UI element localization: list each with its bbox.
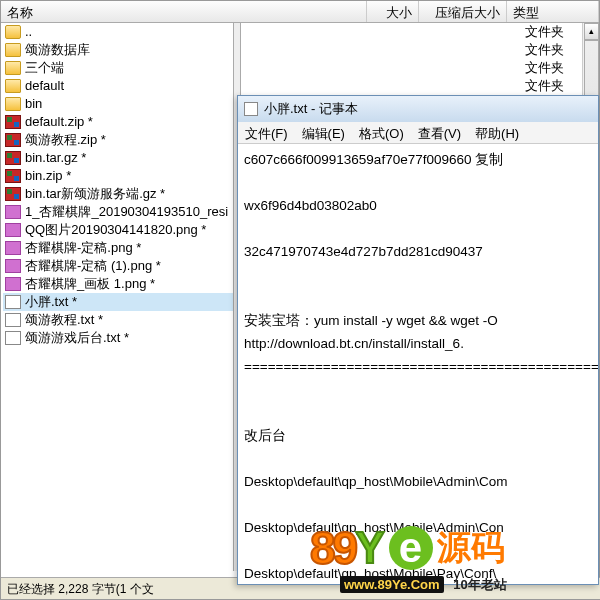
file-name: 杏耀棋牌_画板 1.png * [25,275,155,293]
file-name: 颂游数据库 [25,41,90,59]
text-line: http://download.bt.cn/install/install_6. [244,332,592,355]
type-value: 文件夹 [525,59,564,77]
file-row[interactable]: 杏耀棋牌_画板 1.png * [3,275,233,293]
png-icon [5,277,21,291]
menu-item[interactable]: 查看(V) [411,122,468,143]
logo-89: 89 [310,521,355,575]
folder-icon [5,43,21,57]
file-row[interactable]: 颂游数据库 [3,41,233,59]
zip-icon [5,169,21,183]
logo-suffix: 源码 [437,525,505,571]
text-line: Desktop\default\qp_host\Mobile\Admin\Com [244,470,592,493]
watermark-logo: 89 Y e 源码 [310,518,600,578]
text-line [244,447,592,470]
text-line: 改后台 [244,424,592,447]
file-name: 1_杏耀棋牌_20190304193510_resi [25,203,228,221]
watermark-tag: 10年老站 [453,577,506,592]
txt-icon [5,331,21,345]
watermark-sub: www.89Ye.Com 10年老站 [340,576,507,594]
file-name: QQ图片20190304141820.png * [25,221,206,239]
file-row[interactable]: default.zip * [3,113,233,131]
file-name: 颂游游戏后台.txt * [25,329,129,347]
zip-icon [5,133,21,147]
text-line [244,493,592,516]
txt-icon [5,313,21,327]
file-row[interactable]: 颂游游戏后台.txt * [3,329,233,347]
menu-item[interactable]: 编辑(E) [295,122,352,143]
scroll-up-button[interactable]: ▴ [584,23,599,40]
text-line [244,263,592,286]
file-row[interactable]: bin.tar.gz * [3,149,233,167]
file-row[interactable]: bin.tar新颂游服务端.gz * [3,185,233,203]
file-row[interactable]: .. [3,23,233,41]
notepad-menubar[interactable]: 文件(F)编辑(E)格式(O)查看(V)帮助(H) [238,122,598,144]
text-line: wx6f96d4bd03802ab0 [244,194,592,217]
notepad-app-icon [244,102,258,116]
notepad-title-text: 小胖.txt - 记事本 [264,100,358,118]
menu-item[interactable]: 文件(F) [238,122,295,143]
text-line [244,286,592,309]
notepad-window[interactable]: 小胖.txt - 记事本 文件(F)编辑(E)格式(O)查看(V)帮助(H) c… [237,95,599,585]
file-row[interactable]: 杏耀棋牌-定稿.png * [3,239,233,257]
file-name: bin.tar.gz * [25,149,86,167]
type-value: 文件夹 [525,23,564,41]
columns-header: 名称 大小 压缩后大小 类型 [1,1,599,23]
type-value: 文件夹 [525,77,564,95]
menu-item[interactable]: 帮助(H) [468,122,526,143]
menu-item[interactable]: 格式(O) [352,122,411,143]
file-row[interactable]: QQ图片20190304141820.png * [3,221,233,239]
logo-e: e [389,526,433,570]
png-icon [5,223,21,237]
file-row[interactable]: 杏耀棋牌-定稿 (1).png * [3,257,233,275]
file-name: 杏耀棋牌-定稿 (1).png * [25,257,161,275]
text-line: 32c471970743e4d727b7dd281cd90437 [244,240,592,263]
file-name: bin.tar新颂游服务端.gz * [25,185,165,203]
watermark-url: www.89Ye.Com [340,576,444,593]
file-row[interactable]: 三个端 [3,59,233,77]
text-line: 安装宝塔：yum install -y wget && wget -O [244,309,592,332]
text-line [244,217,592,240]
file-row[interactable]: 颂游教程.zip * [3,131,233,149]
zip-icon [5,115,21,129]
folder-icon [5,97,21,111]
up-icon [5,25,21,39]
file-row[interactable]: 小胖.txt * [3,293,233,311]
text-line [244,378,592,401]
col-name[interactable]: 名称 [1,1,367,22]
file-name: default [25,77,64,95]
zip-icon [5,151,21,165]
col-compressed[interactable]: 压缩后大小 [419,1,507,22]
file-row[interactable]: default [3,77,233,95]
png-icon [5,241,21,255]
file-name: default.zip * [25,113,93,131]
file-row[interactable]: 1_杏耀棋牌_20190304193510_resi [3,203,233,221]
zip-icon [5,187,21,201]
text-line: ========================================… [244,355,592,378]
file-name: bin.zip * [25,167,71,185]
col-type[interactable]: 类型 [507,1,599,22]
txt-icon [5,295,21,309]
file-name: 颂游教程.zip * [25,131,106,149]
file-name: 杏耀棋牌-定稿.png * [25,239,141,257]
file-name: 小胖.txt * [25,293,77,311]
file-row[interactable]: 颂游教程.txt * [3,311,233,329]
type-value: 文件夹 [525,41,564,59]
file-row[interactable]: bin.zip * [3,167,233,185]
folder-icon [5,79,21,93]
png-icon [5,259,21,273]
col-size[interactable]: 大小 [367,1,419,22]
file-name: bin [25,95,42,113]
text-line: c607c666f009913659af70e77f009660 复制 [244,148,592,171]
file-name: .. [25,23,32,41]
logo-y: Y [355,523,384,573]
file-name: 颂游教程.txt * [25,311,103,329]
file-row[interactable]: bin [3,95,233,113]
file-name: 三个端 [25,59,64,77]
text-line [244,171,592,194]
png-icon [5,205,21,219]
folder-icon [5,61,21,75]
text-line [244,401,592,424]
notepad-titlebar[interactable]: 小胖.txt - 记事本 [238,96,598,122]
status-text: 已经选择 2,228 字节(1 个文 [7,582,154,596]
file-list[interactable]: ..颂游数据库三个端defaultbindefault.zip *颂游教程.zi… [3,23,233,571]
